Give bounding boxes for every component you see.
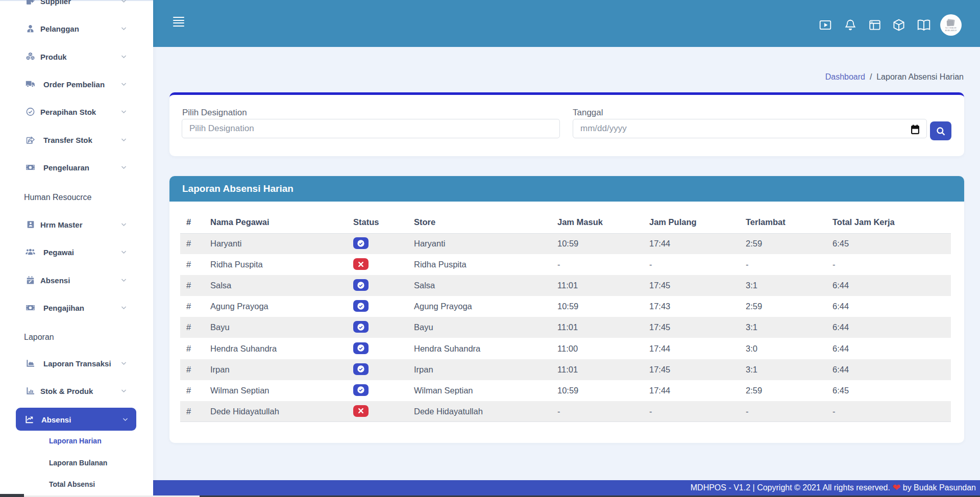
svg-text:AVAILABLE: AVAILABLE <box>945 29 957 32</box>
